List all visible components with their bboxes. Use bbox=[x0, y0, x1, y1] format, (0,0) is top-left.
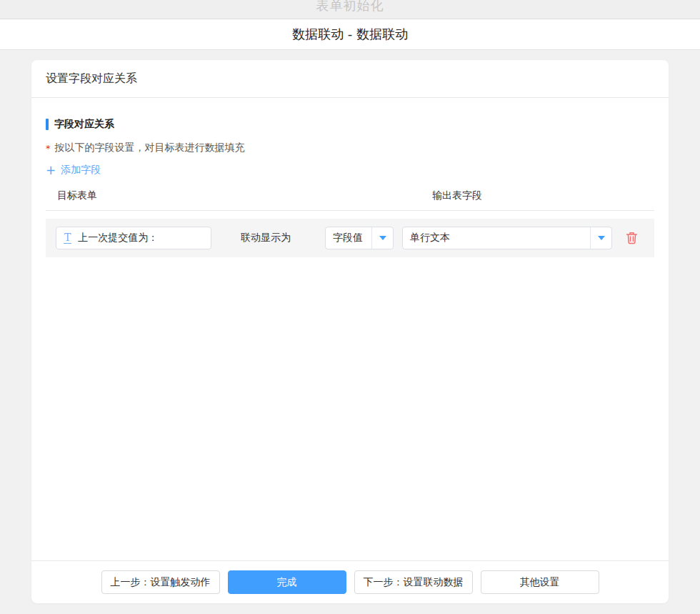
next-step-button[interactable]: 下一步：设置联动数据 bbox=[354, 570, 473, 594]
prev-step-button[interactable]: 上一步：设置触发动作 bbox=[101, 570, 220, 594]
value-type-caret-zone[interactable] bbox=[371, 227, 393, 249]
hint-line: * 按以下的字段设置，对目标表进行数据填充 bbox=[46, 142, 654, 154]
section-title: 字段对应关系 bbox=[46, 118, 654, 131]
required-asterisk: * bbox=[46, 143, 51, 154]
background-page-title: 表单初始化 bbox=[0, 0, 700, 14]
finish-button[interactable]: 完成 bbox=[228, 570, 346, 594]
other-settings-button[interactable]: 其他设置 bbox=[481, 570, 599, 594]
column-header-target-form: 目标表单 bbox=[57, 189, 97, 202]
accent-bar bbox=[46, 119, 49, 130]
target-field-input[interactable]: T 上一次提交值为： bbox=[56, 227, 211, 249]
value-type-select[interactable]: 字段值 bbox=[325, 227, 394, 249]
trash-icon bbox=[626, 232, 638, 244]
output-field-select[interactable]: 单行文本 bbox=[402, 227, 612, 249]
output-field-caret-zone[interactable] bbox=[590, 227, 611, 249]
table-header: 目标表单 输出表字段 bbox=[46, 185, 654, 211]
caret-down-icon bbox=[379, 236, 386, 240]
linkage-display-label: 联动显示为 bbox=[241, 232, 291, 244]
caret-down-icon bbox=[598, 236, 605, 240]
add-field-label: 添加字段 bbox=[61, 164, 101, 177]
column-header-output-field: 输出表字段 bbox=[432, 189, 482, 202]
section-title-label: 字段对应关系 bbox=[54, 118, 114, 131]
plus-icon: + bbox=[46, 164, 56, 177]
value-type-selected: 字段值 bbox=[326, 227, 371, 249]
card-footer: 上一步：设置触发动作 完成 下一步：设置联动数据 其他设置 bbox=[31, 560, 669, 603]
card-header: 设置字段对应关系 bbox=[31, 60, 669, 98]
add-field-button[interactable]: + 添加字段 bbox=[46, 164, 101, 177]
modal-body: 设置字段对应关系 字段对应关系 * 按以下的字段设置，对目标表进行数据填充 + … bbox=[0, 50, 700, 603]
output-field-selected: 单行文本 bbox=[403, 227, 590, 249]
card-header-title: 设置字段对应关系 bbox=[46, 71, 137, 86]
target-field-value: 上一次提交值为： bbox=[78, 232, 158, 244]
hint-text: 按以下的字段设置，对目标表进行数据填充 bbox=[55, 142, 245, 154]
modal-title-bar: 数据联动 - 数据联动 bbox=[0, 19, 700, 50]
card-body: 字段对应关系 * 按以下的字段设置，对目标表进行数据填充 + 添加字段 目标表单… bbox=[31, 98, 669, 560]
field-mapping-row: T 上一次提交值为： 联动显示为 字段值 单行文本 bbox=[46, 219, 654, 257]
text-field-icon: T bbox=[64, 232, 71, 244]
background-page-strip: 表单初始化 bbox=[0, 0, 700, 19]
delete-row-button[interactable] bbox=[625, 232, 638, 244]
modal-title: 数据联动 - 数据联动 bbox=[292, 26, 408, 43]
settings-card: 设置字段对应关系 字段对应关系 * 按以下的字段设置，对目标表进行数据填充 + … bbox=[31, 60, 669, 603]
